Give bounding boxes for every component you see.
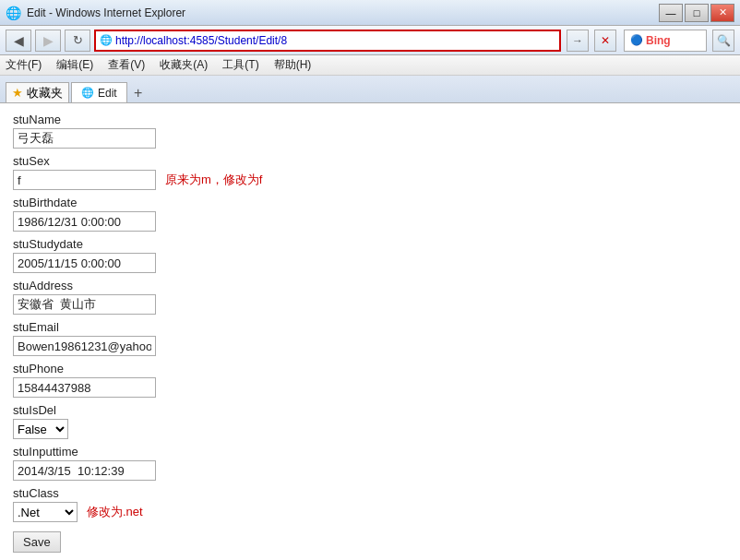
tabs-bar: ★ 收藏夹 🌐 Edit + [0, 76, 740, 103]
address-bar: 🌐 [94, 30, 561, 52]
address-input[interactable] [115, 34, 555, 47]
stu-birthdate-label: stuBirthdate [13, 196, 727, 209]
stu-class-select[interactable]: .Net Java C++ [13, 502, 78, 522]
stop-button[interactable]: ✕ [594, 30, 616, 52]
stu-phone-input[interactable] [13, 377, 156, 398]
menu-bar: 文件(F) 编辑(E) 查看(V) 收藏夹(A) 工具(T) 帮助(H) [0, 55, 740, 76]
title-bar: 🌐 Edit - Windows Internet Explorer — □ ✕ [0, 0, 740, 26]
tab-title: Edit [98, 87, 117, 100]
ie-favicon: 🌐 [100, 34, 113, 46]
stu-studydate-group: stuStudydate [13, 237, 727, 273]
stu-sex-row: 原来为m，修改为f [13, 170, 727, 190]
new-tab-button[interactable]: + [129, 84, 148, 102]
menu-view[interactable]: 查看(V) [108, 57, 145, 73]
stu-address-label: stuAddress [13, 279, 727, 292]
stu-phone-label: stuPhone [13, 362, 727, 375]
page-content: stuName stuSex 原来为m，修改为f stuBirthdate st… [0, 103, 740, 560]
menu-tools[interactable]: 工具(T) [222, 57, 258, 73]
stu-address-group: stuAddress [13, 279, 727, 315]
stu-sex-input[interactable] [13, 170, 156, 190]
minimize-button[interactable]: — [659, 4, 683, 22]
bing-icon: 🔵 [630, 34, 643, 46]
stu-email-label: stuEmail [13, 320, 727, 334]
stu-birthdate-input[interactable] [13, 211, 156, 232]
close-button[interactable]: ✕ [710, 4, 734, 22]
ie-tab-icon: 🌐 [81, 87, 94, 99]
favorites-tab[interactable]: ★ 收藏夹 [6, 82, 69, 102]
stu-inputtime-group: stuInputtime [13, 445, 727, 481]
search-button[interactable]: 🔍 [712, 30, 734, 52]
stu-class-annotation: 修改为.net [87, 504, 143, 520]
menu-edit[interactable]: 编辑(E) [56, 57, 93, 73]
stu-isdel-label: stuIsDel [13, 403, 727, 417]
go-button[interactable]: → [567, 30, 589, 52]
stu-class-group: stuClass .Net Java C++ 修改为.net [13, 486, 727, 522]
menu-favorites[interactable]: 收藏夹(A) [160, 57, 208, 73]
stu-phone-group: stuPhone [13, 362, 727, 398]
stu-address-input[interactable] [13, 294, 156, 315]
stu-name-label: stuName [13, 113, 727, 126]
stu-isdel-dropdown-wrap: False True [13, 419, 727, 439]
maximize-button[interactable]: □ [685, 4, 709, 22]
stu-name-input[interactable] [13, 128, 156, 149]
bing-label: Bing [646, 34, 671, 47]
refresh-button[interactable]: ↻ [65, 30, 90, 52]
stu-email-input[interactable] [13, 336, 156, 356]
back-button[interactable]: ◀ [6, 30, 31, 52]
save-button[interactable]: Save [13, 531, 61, 553]
stu-inputtime-input[interactable] [13, 460, 156, 481]
edit-tab[interactable]: 🌐 Edit [71, 82, 127, 102]
stu-isdel-select[interactable]: False True [13, 419, 68, 439]
window-title: Edit - Windows Internet Explorer [27, 6, 185, 19]
menu-file[interactable]: 文件(F) [6, 57, 42, 73]
stu-class-row: .Net Java C++ 修改为.net [13, 502, 727, 522]
star-icon: ★ [12, 86, 23, 100]
nav-bar: ◀ ▶ ↻ 🌐 → ✕ 🔵 Bing 🔍 [0, 26, 740, 55]
stu-isdel-group: stuIsDel False True [13, 403, 727, 439]
stu-birthdate-group: stuBirthdate [13, 196, 727, 232]
stu-studydate-input[interactable] [13, 253, 156, 273]
browser-icon: 🌐 [6, 6, 21, 20]
stu-class-label: stuClass [13, 486, 727, 500]
stu-email-group: stuEmail [13, 320, 727, 356]
stu-sex-label: stuSex [13, 154, 727, 168]
stun-name-group: stuName [13, 113, 727, 149]
bing-search-bar: 🔵 Bing [624, 30, 707, 52]
forward-button[interactable]: ▶ [35, 30, 61, 52]
stu-sex-annotation: 原来为m，修改为f [165, 172, 262, 188]
window-controls: — □ ✕ [659, 4, 734, 22]
stu-sex-group: stuSex 原来为m，修改为f [13, 154, 727, 190]
stu-inputtime-label: stuInputtime [13, 445, 727, 459]
stu-studydate-label: stuStudydate [13, 237, 727, 251]
favorites-label: 收藏夹 [27, 85, 63, 101]
menu-help[interactable]: 帮助(H) [274, 57, 312, 73]
